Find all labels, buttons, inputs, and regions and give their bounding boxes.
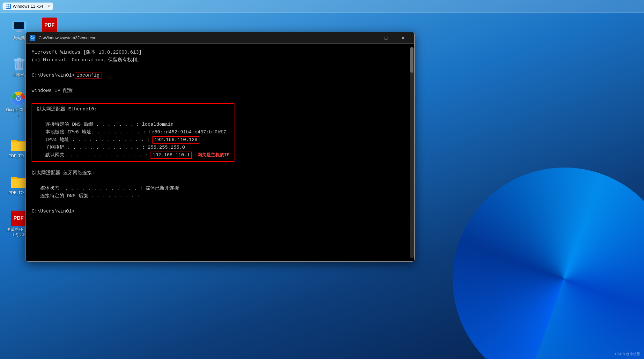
- ethernet-section-highlight: 以太网适配器 Ethernet0: 连接特定的 DNS 后缀 . . . . .…: [32, 103, 234, 162]
- svg-rect-7: [16, 31, 22, 32]
- folder-icon-1: [11, 137, 26, 153]
- svg-rect-3: [9, 6, 11, 8]
- cmd-controls: ─ □ ✕: [361, 34, 411, 42]
- header-line-2: (c) Microsoft Corporation。保留所有权利。: [32, 56, 409, 64]
- blank-6: [32, 177, 409, 185]
- subnet-line: 子网掩码 . . . . . . . . . . . . . : 255.255…: [37, 144, 229, 152]
- ipconfig-command-highlight: ipconfig: [75, 72, 101, 79]
- folder-icon-2: [11, 174, 26, 189]
- ip-config-title: Windows IP 配置: [32, 87, 409, 95]
- close-button[interactable]: ✕: [396, 34, 411, 42]
- ipv4-value-highlight: 192.168.110.128: [152, 136, 199, 144]
- tab-icon: [6, 4, 11, 9]
- pdf-icon-2: PDF: [11, 211, 26, 226]
- svg-rect-2: [6, 6, 8, 8]
- gateway-value-highlight: 192.168.110.1: [151, 152, 192, 159]
- ipconfig-prompt: C:\Users\win01>ipconfig: [32, 72, 409, 79]
- ethernet-title: 以太网适配器 Ethernet0:: [37, 106, 229, 113]
- svg-line-10: [17, 62, 17, 68]
- gateway-line: 默认网关. . . . . . . . . . . . . . : 192.16…: [37, 152, 229, 159]
- blank-7: [32, 200, 409, 208]
- taskbar-tab-windows[interactable]: Windows 11 x64 ×: [3, 3, 53, 10]
- svg-rect-9: [17, 58, 21, 59]
- svg-line-12: [21, 62, 22, 68]
- watermark: CSDN @小猹星: [615, 352, 640, 356]
- blank-3: [32, 95, 409, 102]
- cmd-window: C> C:\Windows\system32\cmd.exe ─ □ ✕ Mic…: [26, 32, 415, 262]
- svg-rect-0: [6, 4, 8, 6]
- svg-rect-18: [11, 142, 26, 151]
- blank-1: [32, 64, 409, 72]
- pdf-icon-1: PDF: [42, 18, 57, 33]
- taskbar-tab-label: Windows 11 x64: [13, 4, 43, 9]
- media-state: 媒体状态 . . . . . . . . . . . . . : 媒体已断开连接: [32, 185, 409, 192]
- gateway-annotation: ←网关是主机的IP: [195, 153, 229, 158]
- svg-rect-6: [17, 30, 21, 31]
- computer-icon-label: 此电脑: [13, 36, 25, 41]
- taskbar: Windows 11 x64 ×: [0, 0, 644, 13]
- dns-suffix: 连接特定的 DNS 后缀 . . . . . . . : localdomain: [37, 121, 229, 129]
- dns-suffix-2: 连接特定的 DNS 后缀 . . . . . . . . :: [32, 192, 409, 200]
- cmd-content: Microsoft Windows [版本 10.0.22000.613] (c…: [26, 44, 414, 261]
- cmd-title: C:\Windows\system32\cmd.exe: [39, 35, 358, 40]
- svg-rect-19: [11, 179, 26, 188]
- ethernet2-title: 以太网适配器 蓝牙网络连接:: [32, 169, 409, 177]
- svg-point-17: [17, 97, 20, 101]
- recycle-icon: [11, 56, 27, 71]
- header-line-1: Microsoft Windows [版本 10.0.22000.613]: [32, 49, 409, 56]
- svg-rect-8: [14, 59, 25, 61]
- blank-5: [32, 162, 409, 169]
- minimize-button[interactable]: ─: [361, 34, 376, 42]
- blank-2: [32, 79, 409, 87]
- svg-rect-1: [9, 4, 11, 6]
- cmd-titlebar-icon: C>: [30, 35, 35, 41]
- ipv4-line: IPv4 地址 . . . . . . . . . . . . . : 192.…: [37, 136, 229, 144]
- cmd-scrollbar-thumb: [410, 47, 413, 73]
- svg-rect-5: [14, 22, 24, 29]
- blank-4: [37, 113, 229, 121]
- final-prompt: C:\Users\win01>: [32, 208, 409, 215]
- cmd-titlebar[interactable]: C> C:\Windows\system32\cmd.exe ─ □ ✕: [26, 32, 414, 44]
- ipv6-line: 本地链接 IPv6 地址. . . . . . . . . : fe80::d4…: [37, 129, 229, 136]
- chrome-icon: [11, 91, 26, 106]
- maximize-button[interactable]: □: [379, 34, 393, 42]
- taskbar-tab-close[interactable]: ×: [48, 4, 50, 9]
- recycle-icon-label: 回收站: [13, 72, 25, 78]
- cmd-scrollbar[interactable]: [410, 47, 414, 258]
- monitor-icon: [11, 19, 27, 34]
